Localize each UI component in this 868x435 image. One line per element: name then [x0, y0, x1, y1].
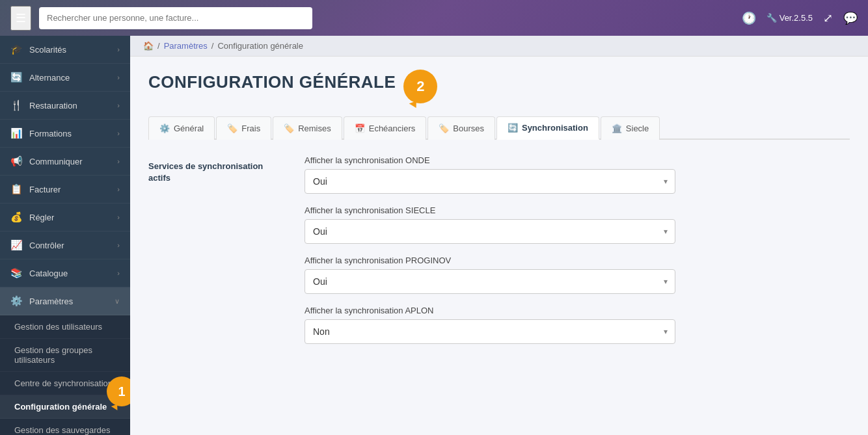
tab-bourses[interactable]: 🏷️ Bourses — [427, 116, 495, 140]
sidebar-item-restauration[interactable]: 🍴 Restauration › — [0, 92, 130, 120]
form-fields-col: Afficher la synchronisation ONDE Oui Non… — [305, 155, 850, 344]
siecle-select-wrapper: Oui Non ▾ — [305, 219, 675, 244]
echeanciers-icon: 📅 — [355, 124, 365, 133]
chevron-icon: › — [117, 129, 120, 137]
history-icon[interactable]: 🕐 — [742, 11, 756, 25]
sidebar-item-scolarites[interactable]: 🎓 Scolarités › — [0, 36, 130, 64]
services-label: Services de synchronisation actifs — [148, 161, 278, 184]
sidebar-item-formations[interactable]: 📊 Formations › — [0, 120, 130, 148]
chevron-icon: › — [117, 101, 120, 109]
sidebar-item-communiquer[interactable]: 📢 Communiquer › — [0, 148, 130, 176]
sidebar-sub-centre-synchronisation[interactable]: Centre de synchronisation 1 — [0, 372, 130, 395]
sidebar-label: Facturer — [29, 185, 61, 194]
field-onde: Afficher la synchronisation ONDE Oui Non… — [305, 155, 850, 194]
chevron-icon: › — [117, 185, 120, 193]
tab-remises[interactable]: 🏷️ Remises — [273, 116, 342, 140]
sidebar-label: Communiquer — [29, 157, 83, 166]
chat-icon[interactable]: 💬 — [843, 11, 858, 25]
onde-label: Afficher la synchronisation ONDE — [305, 155, 850, 165]
sidebar-label: Alternance — [29, 73, 70, 83]
form-section: Services de synchronisation actifs Affic… — [148, 155, 850, 344]
restauration-icon: 🍴 — [10, 99, 23, 111]
bubble-badge-1: 1 — [107, 376, 130, 406]
sidebar-label: Régler — [29, 213, 54, 222]
proginov-select-wrapper: Oui Non ▾ — [305, 269, 675, 294]
sidebar-item-parametres[interactable]: ⚙️ Paramètres ∨ — [0, 287, 130, 315]
tab-synchronisation[interactable]: 🔄 Synchronisation — [496, 116, 599, 140]
chevron-icon: › — [117, 213, 120, 221]
sidebar-label: Restauration — [29, 101, 77, 111]
aplon-select[interactable]: Oui Non — [305, 319, 675, 344]
regler-icon: 💰 — [10, 211, 23, 223]
home-icon[interactable]: 🏠 — [143, 41, 154, 51]
content-area: 🏠 / Paramètres / Configuration générale … — [130, 36, 868, 435]
chevron-icon: ∨ — [115, 297, 120, 306]
communiquer-icon: 📢 — [10, 155, 23, 167]
chevron-icon: › — [117, 73, 120, 81]
breadcrumb: 🏠 / Paramètres / Configuration générale — [130, 36, 868, 57]
field-siecle: Afficher la synchronisation SIECLE Oui N… — [305, 205, 850, 244]
sidebar-label: Contrôler — [29, 241, 64, 250]
sidebar-label: Formations — [29, 129, 72, 138]
form-label-col: Services de synchronisation actifs — [148, 155, 278, 184]
chevron-icon: › — [117, 46, 120, 53]
field-proginov: Afficher la synchronisation PROGINOV Oui… — [305, 256, 850, 294]
tab-frais[interactable]: 🏷️ Frais — [216, 116, 271, 140]
breadcrumb-parametres[interactable]: Paramètres — [164, 41, 208, 51]
breadcrumb-sep2: / — [211, 41, 214, 51]
sidebar-label: Paramètres — [29, 297, 73, 306]
parametres-icon: ⚙️ — [10, 295, 23, 307]
facturer-icon: 📋 — [10, 183, 23, 195]
version-badge: 🔧 Ver.2.5.5 — [766, 13, 813, 23]
onde-select[interactable]: Oui Non — [305, 169, 675, 194]
siecle-label: Afficher la synchronisation SIECLE — [305, 205, 850, 215]
tab-echeanciers[interactable]: 📅 Echéanciers — [344, 116, 427, 140]
tabs-row: ⚙️ Général 🏷️ Frais 🏷️ Remises 📅 Echéanc… — [148, 116, 850, 140]
bubble-badge-2: 2 — [403, 70, 437, 103]
page-content: CONFIGURATION GÉNÉRALE 2 ⚙️ Général 🏷️ F… — [130, 57, 868, 435]
sidebar-item-facturer[interactable]: 📋 Facturer › — [0, 176, 130, 204]
sidebar-item-controler[interactable]: 📈 Contrôler › — [0, 231, 130, 259]
breadcrumb-sep1: / — [157, 41, 160, 51]
sidebar-sub-gestion-sauvegardes[interactable]: Gestion des sauvegardes — [0, 419, 130, 435]
sidebar-label: Catalogue — [29, 269, 68, 278]
bubble-2-circle: 2 — [403, 70, 437, 103]
gear-icon: ⚙️ — [159, 124, 170, 133]
page-title-row: CONFIGURATION GÉNÉRALE 2 — [148, 72, 850, 103]
sidebar: 🎓 Scolarités › 🔄 Alternance › 🍴 Restaura… — [0, 36, 130, 435]
sync-icon: 🔄 — [508, 123, 518, 133]
aplon-label: Afficher la synchronisation APLON — [305, 306, 850, 315]
chevron-icon: › — [117, 241, 120, 249]
aplon-select-wrapper: Oui Non ▾ — [305, 319, 675, 344]
proginov-select[interactable]: Oui Non — [305, 269, 675, 294]
controler-icon: 📈 — [10, 239, 23, 251]
proginov-label: Afficher la synchronisation PROGINOV — [305, 256, 850, 265]
page-title: CONFIGURATION GÉNÉRALE — [148, 72, 396, 92]
chevron-icon: › — [117, 269, 120, 277]
catalogue-icon: 📚 — [10, 267, 23, 279]
breadcrumb-current: Configuration générale — [217, 41, 303, 51]
expand-icon[interactable]: ⤢ — [823, 11, 833, 25]
search-input[interactable] — [39, 7, 312, 29]
onde-select-wrapper: Oui Non ▾ — [305, 169, 675, 194]
chevron-icon: › — [117, 157, 120, 165]
siecle-select[interactable]: Oui Non — [305, 219, 675, 244]
sidebar-item-alternance[interactable]: 🔄 Alternance › — [0, 64, 130, 92]
bourses-icon: 🏷️ — [439, 124, 449, 133]
top-header: ☰ 🕐 🔧 Ver.2.5.5 ⤢ 💬 — [0, 0, 868, 36]
sidebar-item-catalogue[interactable]: 📚 Catalogue › — [0, 259, 130, 287]
remises-icon: 🏷️ — [284, 124, 294, 133]
alternance-icon: 🔄 — [10, 72, 23, 83]
version-icon: 🔧 — [766, 13, 777, 23]
sidebar-sub-gestion-utilisateurs[interactable]: Gestion des utilisateurs — [0, 315, 130, 339]
hamburger-button[interactable]: ☰ — [10, 6, 31, 31]
field-aplon: Afficher la synchronisation APLON Oui No… — [305, 306, 850, 344]
formations-icon: 📊 — [10, 127, 23, 139]
frais-icon: 🏷️ — [227, 124, 237, 133]
header-right: 🕐 🔧 Ver.2.5.5 ⤢ 💬 — [742, 11, 858, 25]
tab-general[interactable]: ⚙️ Général — [148, 116, 215, 140]
tab-siecle[interactable]: 🏛️ Siecle — [601, 116, 660, 140]
sidebar-sub-gestion-groupes[interactable]: Gestion des groupes utilisateurs — [0, 339, 130, 372]
parametres-submenu: Gestion des utilisateurs Gestion des gro… — [0, 315, 130, 435]
sidebar-item-regler[interactable]: 💰 Régler › — [0, 204, 130, 231]
